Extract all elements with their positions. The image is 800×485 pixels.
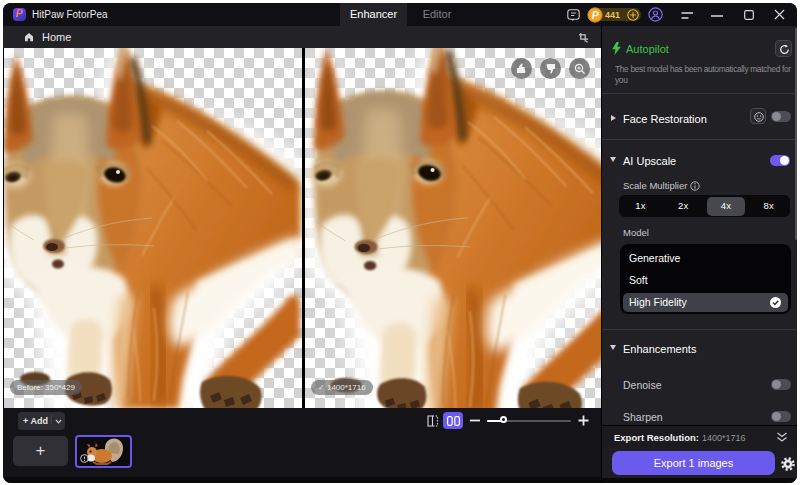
svg-text:P: P: [592, 9, 600, 21]
